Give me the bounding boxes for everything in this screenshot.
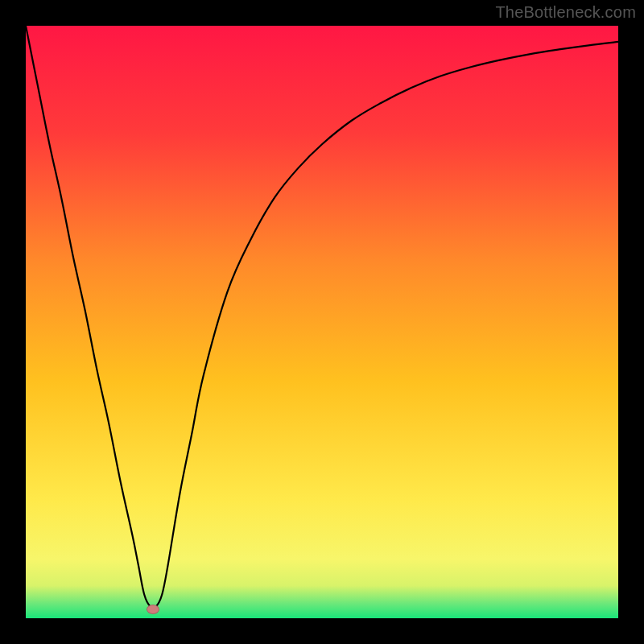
curve-layer bbox=[26, 26, 618, 618]
bottleneck-curve bbox=[26, 26, 618, 608]
plot-area bbox=[26, 26, 618, 618]
chart-frame: TheBottleneck.com bbox=[0, 0, 644, 644]
watermark-text: TheBottleneck.com bbox=[495, 3, 636, 22]
minimum-marker bbox=[147, 605, 159, 614]
